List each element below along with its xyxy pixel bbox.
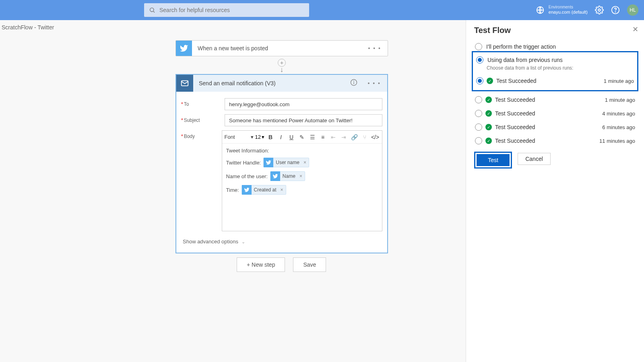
subject-input[interactable] <box>225 114 382 126</box>
env-value: enayu.com (default) <box>549 10 588 15</box>
trigger-title: When a new tweet is posted <box>192 45 362 51</box>
environment-icon <box>536 6 545 14</box>
body-intro: Tweet Information: <box>226 148 378 154</box>
bullet-list-button[interactable]: ☰ <box>308 133 317 142</box>
trigger-menu[interactable]: • • • <box>362 45 388 51</box>
to-label: *To <box>181 98 225 107</box>
token-remove[interactable]: × <box>279 187 283 193</box>
radio-selected-icon <box>476 77 483 84</box>
close-icon: ✕ <box>632 25 638 33</box>
line1-label: Twitter Handle: <box>226 160 261 166</box>
show-advanced-toggle[interactable]: Show advanced options⌄ <box>181 235 382 249</box>
flow-canvas: When a new tweet is posted • • • + ↓ Sen… <box>175 40 388 253</box>
radio-icon <box>475 123 482 131</box>
svg-line-1 <box>153 11 155 12</box>
radio-icon <box>475 137 482 144</box>
svg-point-5 <box>615 12 616 12</box>
run-row-2[interactable]: ✓ Test Succeeded 4 minutes ago <box>474 107 636 120</box>
trigger-card[interactable]: When a new tweet is posted • • • <box>175 40 388 56</box>
info-button[interactable] <box>346 79 361 88</box>
action-title: Send an email notification (V3) <box>193 80 346 86</box>
bottom-actions: + New step Save <box>237 257 326 272</box>
highlight-button[interactable]: ✎ <box>297 133 306 142</box>
topbar-right: Environments enayu.com (default) HL <box>536 4 638 16</box>
panel-title: Test Flow <box>474 26 636 35</box>
indent-button[interactable]: ⇥ <box>339 133 348 142</box>
search-box[interactable] <box>144 3 309 17</box>
radio-selected-icon <box>476 56 483 64</box>
top-bar: Environments enayu.com (default) HL <box>0 0 644 20</box>
twitter-token-icon <box>264 158 273 167</box>
twitter-icon <box>176 40 192 56</box>
svg-point-0 <box>150 8 154 12</box>
action-header[interactable]: Send an email notification (V3) • • • <box>176 75 387 92</box>
body-label: *Body <box>181 130 222 139</box>
radio-icon <box>475 43 482 50</box>
radio-icon <box>475 110 482 117</box>
breadcrumb: ScratchFlow - Twitter <box>2 24 54 31</box>
run-row-1[interactable]: ✓ Test Succeeded 1 minute ago <box>474 93 636 107</box>
svg-point-9 <box>353 81 354 81</box>
test-flow-panel: Test Flow ✕ I'll perform the trigger act… <box>466 20 644 362</box>
user-avatar[interactable]: HL <box>627 4 638 16</box>
success-icon: ✓ <box>485 124 492 130</box>
cancel-button[interactable]: Cancel <box>518 153 551 165</box>
run-row-3[interactable]: ✓ Test Succeeded 6 minutes ago <box>474 120 636 134</box>
chevron-down-icon: ⌄ <box>242 239 245 244</box>
search-input[interactable] <box>159 7 304 13</box>
token-createdat[interactable]: Created at × <box>242 185 286 195</box>
save-button[interactable]: Save <box>293 257 326 272</box>
mail-icon <box>176 75 193 92</box>
twitter-token-icon <box>242 185 252 195</box>
token-username[interactable]: User name × <box>263 158 309 167</box>
token-name[interactable]: Name × <box>270 171 305 181</box>
env-label: Environments <box>549 5 588 10</box>
arrow-down-icon: ↓ <box>280 66 284 73</box>
token-remove[interactable]: × <box>298 173 302 179</box>
action-card: Send an email notification (V3) • • • *T… <box>175 74 388 253</box>
link-button[interactable]: 🔗 <box>350 133 359 142</box>
line2-label: Name of the user: <box>226 173 268 179</box>
help-icon <box>611 6 620 14</box>
token-remove[interactable]: × <box>302 160 306 165</box>
code-view-button[interactable]: </> <box>371 133 380 142</box>
option-previous-runs[interactable]: Using data from previous runs <box>475 54 635 66</box>
to-input[interactable] <box>225 98 382 110</box>
subject-label: *Subject <box>181 114 225 123</box>
success-icon: ✓ <box>487 78 493 84</box>
option-previous-subtext: Choose data from a list of previous runs… <box>487 65 635 71</box>
twitter-token-icon <box>270 171 280 181</box>
help-button[interactable] <box>611 6 620 14</box>
editor-body[interactable]: Tweet Information: Twitter Handle: User … <box>222 144 382 231</box>
outdent-button[interactable]: ⇤ <box>329 133 338 142</box>
bold-button[interactable]: B <box>266 133 275 142</box>
svg-point-3 <box>598 9 601 11</box>
run-row-0[interactable]: ✓ Test Succeeded 1 minute ago <box>475 74 635 88</box>
gear-icon <box>595 6 604 14</box>
success-icon: ✓ <box>485 97 492 103</box>
panel-close-button[interactable]: ✕ <box>632 25 638 34</box>
italic-button[interactable]: I <box>277 133 285 142</box>
new-step-button[interactable]: + New step <box>237 257 285 272</box>
unlink-button[interactable]: ⑂ <box>360 133 369 142</box>
success-icon: ✓ <box>485 138 492 144</box>
radio-icon <box>475 96 482 103</box>
underline-button[interactable]: U <box>287 133 296 142</box>
editor-toolbar: Font▾ 12▾ B I U ✎ ☰ ≡ ⇤ ⇥ 🔗 ⑂ </> <box>222 131 382 144</box>
info-icon <box>350 79 357 86</box>
highlight-test-button: Test <box>474 152 512 169</box>
font-select[interactable]: Font▾ <box>225 134 254 140</box>
number-list-button[interactable]: ≡ <box>318 133 327 142</box>
test-button[interactable]: Test <box>477 154 510 166</box>
connector: + ↓ <box>175 56 388 74</box>
success-icon: ✓ <box>485 110 492 117</box>
search-icon <box>149 7 155 13</box>
line3-label: Time: <box>226 187 239 193</box>
font-size-select[interactable]: 12▾ <box>255 134 264 140</box>
environment-selector[interactable]: Environments enayu.com (default) <box>536 5 588 15</box>
settings-button[interactable] <box>595 6 604 14</box>
run-row-4[interactable]: ✓ Test Succeeded 11 minutes ago <box>474 134 636 148</box>
body-editor[interactable]: Font▾ 12▾ B I U ✎ ☰ ≡ ⇤ ⇥ 🔗 ⑂ </> <box>222 130 382 231</box>
highlight-selected-option: Using data from previous runs Choose dat… <box>472 51 638 91</box>
action-menu[interactable]: • • • <box>361 80 387 86</box>
